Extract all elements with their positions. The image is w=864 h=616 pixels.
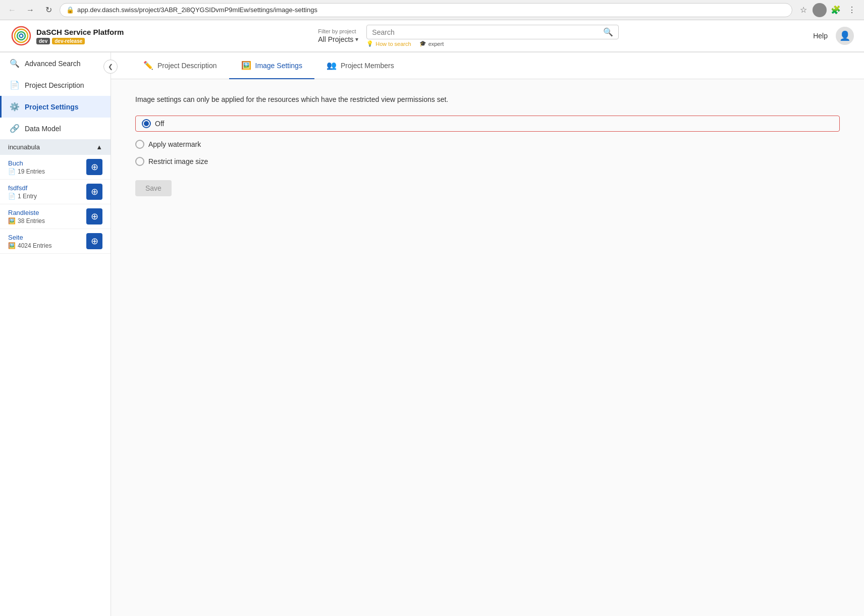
radio-label-apply-watermark: Apply watermark [148, 140, 201, 148]
document-icon: 📄 [8, 168, 16, 175]
tab-project-description[interactable]: ✏️ Project Description [131, 52, 229, 79]
resource-name: Buch [8, 159, 45, 167]
extensions-button[interactable]: 🧩 [829, 3, 843, 17]
sidebar-resource-fsdfsdf[interactable]: fsdfsdf 📄 1 Entry ⊕ [0, 180, 111, 204]
resource-info: fsdfsdf 📄 1 Entry [8, 184, 37, 200]
forward-button[interactable]: → [23, 3, 37, 17]
url-text: app.dev.dasch.swiss/project/3ABR_2i8QYGS… [77, 6, 317, 14]
lock-icon: 🔒 [66, 6, 74, 14]
reload-button[interactable]: ↻ [41, 3, 56, 17]
sidebar-resource-seite[interactable]: Seite 🖼️ 4024 Entries ⊕ [0, 229, 111, 254]
search-icon: 🔍 [10, 59, 20, 68]
main-content: ✏️ Project Description 🖼️ Image Settings… [111, 52, 864, 616]
search-subrow: 💡 How to search 🎓 expert [366, 40, 619, 47]
section-label: incunabula [8, 143, 40, 151]
sidebar-item-label: Data Model [25, 125, 61, 133]
sidebar-section-incunabula[interactable]: incunabula ▲ [0, 139, 111, 155]
image-icon: 🖼️ [8, 242, 16, 249]
sidebar-resource-buch[interactable]: Buch 📄 19 Entries ⊕ [0, 155, 111, 180]
avatar-icon: 👤 [839, 30, 850, 41]
sidebar: ❮ 🔍 Advanced Search 📄 Project Descriptio… [0, 52, 111, 616]
logo-badges: dev dev-release [36, 38, 124, 44]
bookmark-button[interactable]: ☆ [796, 3, 811, 17]
help-link[interactable]: Help [813, 32, 828, 40]
graduate-icon: 🎓 [419, 40, 426, 47]
search-input[interactable] [372, 28, 600, 36]
search-container: 🔍 💡 How to search 🎓 expert [366, 25, 619, 47]
resource-add-button[interactable]: ⊕ [86, 208, 102, 225]
profile-button[interactable] [813, 3, 827, 17]
sidebar-item-label: Advanced Search [25, 60, 81, 68]
filter-label: Filter by project [318, 28, 358, 34]
resource-add-button[interactable]: ⊕ [86, 184, 102, 200]
sidebar-collapse-button[interactable]: ❮ [103, 60, 118, 74]
app-title: DaSCH Service Platform [36, 28, 124, 37]
header-middle: Filter by project All Projects ▾ 🔍 💡 How… [132, 25, 805, 47]
radio-option-restrict-image-size[interactable]: Restrict image size [135, 157, 840, 166]
radio-label-off: Off [155, 120, 164, 128]
save-button[interactable]: Save [135, 180, 172, 196]
tab-label: Project Members [341, 62, 394, 70]
svg-point-3 [20, 34, 23, 38]
tab-label: Image Settings [255, 62, 302, 70]
resource-name: Randleiste [8, 209, 45, 216]
address-bar[interactable]: 🔒 app.dev.dasch.swiss/project/3ABR_2i8QY… [60, 3, 792, 17]
info-text: Image settings can only be applied for t… [135, 95, 840, 103]
dev-badge: dev [36, 38, 50, 44]
resource-info: Seite 🖼️ 4024 Entries [8, 234, 51, 249]
sidebar-item-label: Project Settings [25, 103, 79, 111]
resource-add-button[interactable]: ⊕ [86, 159, 102, 175]
menu-button[interactable]: ⋮ [845, 3, 859, 17]
gear-icon: ⚙️ [10, 102, 20, 111]
tab-bar: ✏️ Project Description 🖼️ Image Settings… [111, 52, 864, 79]
search-hint[interactable]: 💡 How to search [366, 40, 411, 47]
logo-text: DaSCH Service Platform dev dev-release [36, 28, 124, 44]
resource-info: Buch 📄 19 Entries [8, 159, 45, 175]
filter-select[interactable]: All Projects ▾ [318, 35, 358, 43]
content-area: Image settings can only be applied for t… [111, 79, 864, 616]
radio-option-off[interactable]: Off [135, 116, 840, 132]
resource-add-button[interactable]: ⊕ [86, 233, 102, 249]
sidebar-resource-randleiste[interactable]: Randleiste 🖼️ 38 Entries ⊕ [0, 204, 111, 229]
tab-project-members[interactable]: 👥 Project Members [314, 52, 406, 79]
expert-hint[interactable]: 🎓 expert [419, 40, 444, 47]
sidebar-item-project-settings[interactable]: ⚙️ Project Settings [0, 96, 111, 118]
chevron-down-icon: ▾ [355, 36, 358, 43]
header-right: Help 👤 [813, 27, 854, 45]
image-icon: 🖼️ [8, 217, 16, 225]
chevron-up-icon: ▲ [96, 143, 102, 151]
browser-actions: ☆ 🧩 ⋮ [796, 3, 859, 17]
people-icon: 👥 [327, 61, 337, 70]
resource-entries: 📄 19 Entries [8, 168, 45, 175]
dev-release-badge: dev-release [52, 38, 85, 44]
logo-link[interactable]: DaSCH Service Platform dev dev-release [10, 25, 124, 47]
filter-by-project: Filter by project All Projects ▾ [318, 28, 358, 43]
sidebar-item-data-model[interactable]: 🔗 Data Model [0, 118, 111, 139]
search-box[interactable]: 🔍 [366, 25, 619, 39]
radio-label-restrict-image-size: Restrict image size [148, 157, 208, 165]
sidebar-item-label: Project Description [25, 81, 84, 89]
radio-circle-apply-watermark [135, 140, 144, 149]
resource-name: fsdfsdf [8, 184, 37, 192]
document-icon: 📄 [10, 80, 20, 90]
app-header: DaSCH Service Platform dev dev-release F… [0, 20, 864, 52]
resource-name: Seite [8, 234, 51, 241]
resource-entries: 📄 1 Entry [8, 193, 37, 200]
resource-entries: 🖼️ 38 Entries [8, 217, 45, 225]
document-icon: 📄 [8, 193, 16, 200]
radio-circle-restrict-image-size [135, 157, 144, 166]
edit-icon: ✏️ [143, 61, 153, 70]
sidebar-item-project-description[interactable]: 📄 Project Description [0, 74, 111, 96]
image-icon: 🖼️ [241, 61, 251, 70]
sidebar-item-advanced-search[interactable]: 🔍 Advanced Search [0, 52, 111, 74]
radio-group: Off Apply watermark Restrict image size [135, 116, 840, 166]
resource-info: Randleiste 🖼️ 38 Entries [8, 209, 45, 225]
svg-point-2 [17, 32, 25, 40]
tab-label: Project Description [157, 62, 217, 70]
radio-option-apply-watermark[interactable]: Apply watermark [135, 140, 840, 149]
browser-bar: ← → ↻ 🔒 app.dev.dasch.swiss/project/3ABR… [0, 0, 864, 20]
user-avatar[interactable]: 👤 [836, 27, 854, 45]
radio-circle-off [142, 119, 151, 128]
tab-image-settings[interactable]: 🖼️ Image Settings [229, 52, 314, 79]
back-button[interactable]: ← [5, 3, 19, 17]
